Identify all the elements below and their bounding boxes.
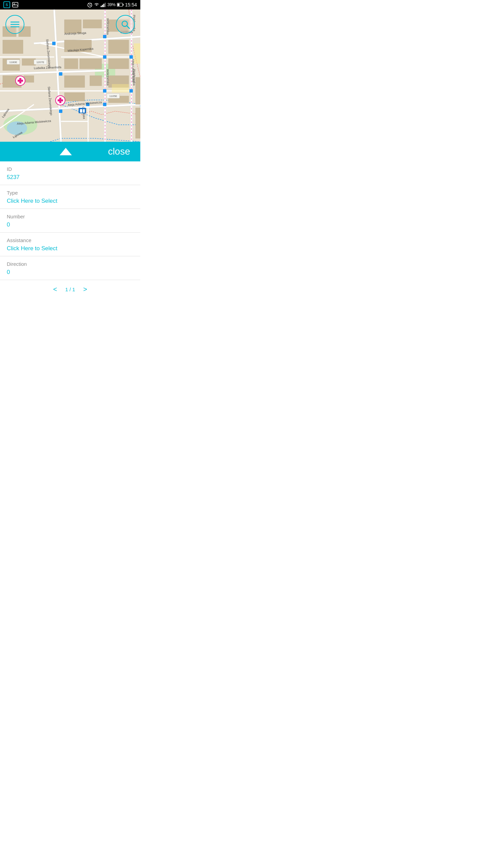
svg-rect-63 [90, 76, 102, 86]
assistance-field-group[interactable]: Assistance Click Here to Select [0, 233, 140, 256]
pagination-next-button[interactable]: > [83, 285, 87, 293]
close-button[interactable]: close [108, 147, 130, 156]
svg-rect-74 [129, 89, 133, 93]
svg-rect-113 [112, 84, 129, 93]
svg-rect-8 [102, 5, 103, 7]
pagination-current: 1 / 1 [65, 287, 75, 292]
status-right-icons: 39% 15:54 [87, 2, 137, 7]
svg-rect-73 [129, 55, 133, 59]
signal-icon [101, 2, 106, 7]
svg-rect-54 [80, 59, 102, 69]
svg-rect-64 [64, 93, 85, 101]
svg-rect-57 [108, 59, 129, 69]
svg-rect-47 [22, 59, 36, 65]
time-display: 15:54 [125, 2, 137, 7]
direction-label: Direction [7, 261, 134, 267]
search-icon [121, 20, 130, 29]
svg-rect-9 [103, 4, 104, 7]
image-icon [12, 2, 18, 7]
svg-rect-66 [103, 35, 106, 38]
svg-rect-111 [83, 109, 85, 113]
number-label: Number [7, 214, 134, 219]
type-field-group[interactable]: Type Click Here to Select [0, 185, 140, 209]
svg-rect-112 [134, 43, 140, 64]
battery-percent: 39% [107, 2, 116, 7]
s-app-icon: S [3, 1, 10, 8]
id-field-group: ID 5237 [0, 161, 140, 185]
svg-text:1207E: 1207E [36, 61, 44, 64]
id-label: ID [7, 166, 134, 172]
direction-field-group: Direction 0 [0, 256, 140, 280]
svg-rect-7 [101, 6, 102, 7]
svg-rect-70 [59, 72, 62, 76]
chevron-up-icon [60, 148, 72, 155]
pagination-prev-button[interactable]: < [53, 285, 57, 293]
svg-rect-53 [64, 59, 78, 69]
search-button[interactable] [116, 15, 135, 34]
assistance-label: Assistance [7, 237, 134, 243]
assistance-value[interactable]: Click Here to Select [7, 245, 134, 253]
svg-rect-10 [105, 3, 106, 7]
svg-rect-67 [103, 55, 106, 59]
number-value: 0 [7, 221, 134, 230]
svg-rect-13 [117, 4, 119, 6]
svg-rect-12 [123, 4, 123, 6]
svg-rect-65 [52, 42, 56, 45]
svg-rect-68 [103, 89, 106, 93]
status-left-icons: S [3, 1, 18, 8]
svg-text:Wólczańska: Wólczańska [106, 18, 109, 35]
svg-rect-110 [80, 109, 82, 113]
svg-rect-56 [108, 40, 129, 54]
svg-rect-60 [136, 77, 140, 104]
number-field-group: Number 0 [0, 209, 140, 233]
battery-icon [117, 3, 124, 7]
menu-button[interactable] [5, 15, 24, 34]
id-value: 5237 [7, 174, 134, 182]
form-section: ID 5237 Type Click Here to Select Number… [0, 161, 140, 299]
alarm-icon [87, 2, 93, 7]
type-label: Type [7, 190, 134, 196]
map-toolbar: close [0, 142, 140, 161]
svg-text:Wólczańska: Wólczańska [106, 69, 109, 86]
direction-value: 0 [7, 269, 134, 277]
svg-rect-108 [59, 98, 61, 103]
map-view[interactable]: 1180E 1207E 1105E Andrzeja Struga Wólcza… [0, 9, 140, 142]
svg-rect-105 [19, 78, 21, 83]
svg-rect-71 [59, 110, 62, 113]
pagination-bar: < 1 / 1 > [0, 280, 140, 299]
svg-text:1180E: 1180E [9, 61, 17, 64]
hamburger-icon [10, 21, 20, 28]
svg-rect-45 [3, 40, 23, 54]
wifi-icon [94, 2, 99, 7]
svg-rect-62 [64, 76, 85, 87]
status-bar: S 39% 15:5 [0, 0, 140, 9]
svg-text:1105E: 1105E [109, 95, 117, 98]
type-value[interactable]: Click Here to Select [7, 198, 134, 206]
svg-line-118 [127, 26, 129, 28]
svg-rect-69 [103, 103, 106, 106]
svg-rect-61 [136, 108, 140, 138]
svg-rect-51 [83, 20, 102, 28]
collapse-button[interactable] [24, 148, 108, 155]
